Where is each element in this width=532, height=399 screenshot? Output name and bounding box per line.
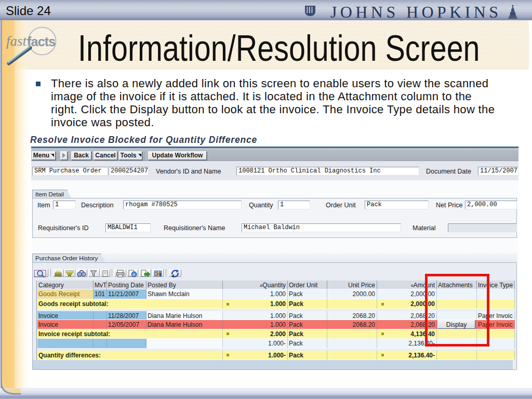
svg-text:fast: fast	[6, 33, 28, 49]
svg-text:d: d	[133, 273, 135, 276]
